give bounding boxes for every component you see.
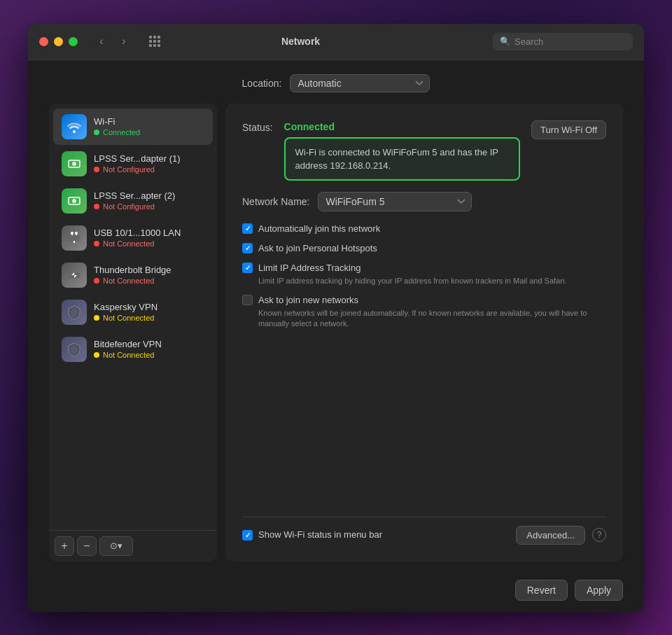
checkbox-section: Automatically join this network Ask to j…: [242, 223, 606, 330]
sidebar-item-bitdefender-name: Bitdefender VPN: [94, 339, 162, 349]
checkbox-auto-join[interactable]: Automatically join this network: [242, 223, 606, 235]
sidebar-list: Wi-Fi Connected: [49, 104, 217, 530]
status-message-text: Wi-Fi is connected to WiFiFoFum 5 and ha…: [295, 147, 498, 171]
sidebar-item-thunderbolt-name: Thunderbolt Bridge: [94, 265, 172, 275]
usb-icon: [62, 225, 87, 251]
detail-panel: Status: Connected Wi-Fi is connected to …: [225, 104, 623, 561]
action-row: Revert Apply: [28, 573, 644, 612]
sidebar-item-kaspersky-info: Kaspersky VPN Not Connected: [94, 302, 158, 322]
hotspot-label: Ask to join Personal Hotspots: [258, 242, 377, 255]
sidebar-item-kaspersky[interactable]: Kaspersky VPN Not Connected: [53, 294, 213, 330]
close-button[interactable]: [39, 37, 48, 46]
lpss1-status-text: Not Configured: [103, 165, 155, 174]
status-dot-lpss2: [94, 204, 99, 209]
network-name-row: Network Name: WiFiFoFum 5: [242, 192, 606, 211]
sidebar-item-lpss1-status: Not Configured: [94, 165, 181, 174]
hotspot-checkbox[interactable]: [242, 243, 253, 253]
remove-network-button[interactable]: −: [77, 536, 97, 556]
new-networks-subtext: Known networks will be joined automatica…: [258, 308, 606, 330]
checkbox-hotspot-row: Ask to join Personal Hotspots: [242, 242, 606, 255]
sidebar-item-kaspersky-status: Not Connected: [94, 314, 158, 322]
svg-point-3: [72, 199, 76, 203]
search-box[interactable]: 🔍: [493, 33, 633, 50]
lpss2-status-text: Not Configured: [103, 202, 155, 211]
search-icon: 🔍: [500, 36, 510, 46]
limit-ip-label: Limit IP Address Tracking: [258, 262, 360, 274]
status-connected-text: Connected: [284, 121, 335, 132]
location-select[interactable]: Automatic Home Work: [290, 74, 430, 92]
back-button[interactable]: ‹: [92, 32, 111, 51]
svg-point-1: [72, 162, 76, 166]
kaspersky-icon: [62, 300, 87, 325]
sidebar-item-lpss2[interactable]: LPSS Ser...apter (2) Not Configured: [53, 183, 213, 219]
sidebar-item-lpss1-name: LPSS Ser...dapter (1): [94, 153, 181, 164]
network-name-label: Network Name:: [242, 196, 309, 207]
status-dot-lpss1: [94, 167, 99, 172]
checkbox-hotspot[interactable]: Ask to join Personal Hotspots: [242, 242, 606, 255]
status-dot-usb: [94, 241, 99, 246]
main-content: Location: Automatic Home Work: [28, 60, 644, 573]
sidebar-item-bitdefender[interactable]: Bitdefender VPN Not Connected: [53, 331, 213, 368]
add-network-button[interactable]: +: [55, 536, 74, 556]
location-row: Location: Automatic Home Work: [49, 74, 623, 92]
auto-join-label: Automatically join this network: [258, 223, 380, 235]
network-name-select[interactable]: WiFiFoFum 5: [318, 192, 472, 211]
location-label: Location:: [242, 78, 282, 89]
more-icon: ⊙▾: [110, 540, 122, 551]
show-wifi-label: Show Wi-Fi status in menu bar: [258, 529, 382, 541]
sidebar-item-thunderbolt-info: Thunderbolt Bridge Not Connected: [94, 265, 172, 285]
lpss1-icon: [62, 151, 87, 176]
sidebar-item-thunderbolt-status: Not Connected: [94, 277, 172, 285]
maximize-button[interactable]: [69, 37, 78, 46]
svg-point-5: [71, 232, 74, 235]
new-networks-label: Ask to join new networks: [258, 294, 358, 307]
checkbox-new-networks-row: Ask to join new networks Known networks …: [242, 294, 606, 330]
sidebar-item-lpss2-name: LPSS Ser...apter (2): [94, 190, 175, 201]
sidebar-item-usb-name: USB 10/1...1000 LAN: [94, 228, 181, 238]
checkbox-limit-ip-row: Limit IP Address Tracking Limit IP addre…: [242, 262, 606, 287]
revert-button[interactable]: Revert: [515, 580, 568, 601]
wifi-icon: [62, 114, 87, 139]
traffic-lights: [39, 37, 78, 46]
turn-wifi-button[interactable]: Turn Wi-Fi Off: [531, 120, 606, 139]
sidebar-item-wifi-name: Wi-Fi: [94, 116, 140, 127]
limit-ip-subtext: Limit IP address tracking by hiding your…: [258, 276, 606, 286]
sidebar-item-usb[interactable]: USB 10/1...1000 LAN Not Connected: [53, 220, 213, 256]
help-button[interactable]: ?: [592, 528, 606, 542]
network-preferences-window: ‹ › Network 🔍 Location: Automatic Home W…: [28, 24, 644, 612]
status-message-box: Wi-Fi is connected to WiFiFoFum 5 and ha…: [284, 137, 521, 181]
bitdefender-icon: [62, 337, 87, 362]
advanced-button[interactable]: Advanced...: [516, 526, 585, 545]
sidebar-item-lpss2-status: Not Configured: [94, 202, 175, 211]
limit-ip-checkbox[interactable]: [242, 263, 253, 273]
bitdefender-status-text: Not Connected: [103, 351, 154, 359]
svg-point-6: [75, 232, 78, 235]
sidebar-item-wifi[interactable]: Wi-Fi Connected: [53, 109, 213, 145]
status-dot-wifi: [94, 130, 99, 135]
show-wifi-row[interactable]: Show Wi-Fi status in menu bar: [242, 529, 509, 541]
auto-join-checkbox[interactable]: [242, 223, 253, 234]
sidebar-item-usb-info: USB 10/1...1000 LAN Not Connected: [94, 228, 181, 248]
wifi-status-text: Connected: [103, 128, 140, 137]
thunderbolt-status-text: Not Connected: [103, 277, 154, 285]
minimize-button[interactable]: [54, 37, 63, 46]
more-options-button[interactable]: ⊙▾: [99, 536, 133, 556]
sidebar-item-wifi-status: Connected: [94, 128, 140, 137]
status-row: Status: Connected Wi-Fi is connected to …: [242, 120, 606, 181]
checkbox-limit-ip[interactable]: Limit IP Address Tracking: [242, 262, 606, 274]
sidebar-item-lpss1[interactable]: LPSS Ser...dapter (1) Not Configured: [53, 146, 213, 182]
sidebar: Wi-Fi Connected: [49, 104, 217, 561]
bottom-row: Show Wi-Fi status in menu bar Advanced..…: [242, 517, 606, 545]
new-networks-checkbox[interactable]: [242, 295, 253, 305]
status-dot-bitdefender: [94, 352, 99, 358]
checkbox-new-networks[interactable]: Ask to join new networks: [242, 294, 606, 307]
status-dot-kaspersky: [94, 315, 99, 321]
show-wifi-checkbox[interactable]: [242, 530, 253, 540]
apply-button[interactable]: Apply: [575, 580, 623, 601]
sidebar-footer: + − ⊙▾: [49, 530, 217, 561]
sidebar-item-bitdefender-info: Bitdefender VPN Not Connected: [94, 339, 162, 359]
sidebar-item-thunderbolt[interactable]: Thunderbolt Bridge Not Connected: [53, 257, 213, 293]
status-info: Connected Wi-Fi is connected to WiFiFoFu…: [284, 120, 521, 181]
titlebar: ‹ › Network 🔍: [28, 24, 644, 60]
search-input[interactable]: [514, 36, 626, 47]
